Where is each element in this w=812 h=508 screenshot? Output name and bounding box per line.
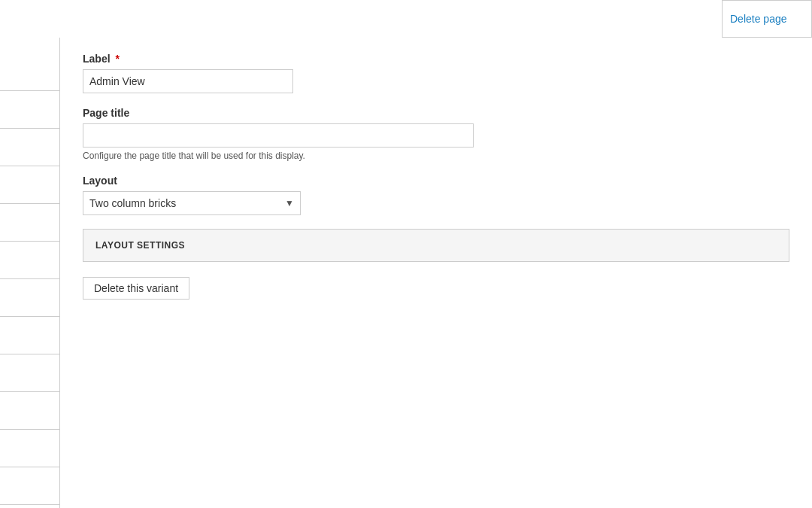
sidebar-divider-line	[0, 354, 59, 354]
sidebar-divider-line	[0, 203, 59, 204]
sidebar-divider-line	[0, 128, 59, 129]
layout-label: Layout	[83, 175, 789, 187]
layout-settings-title: LAYOUT SETTINGS	[95, 240, 777, 251]
label-field-label: Label *	[83, 53, 789, 65]
page-title-hint: Configure the page title that will be us…	[83, 151, 789, 161]
sidebar-divider-line	[0, 504, 59, 505]
sidebar	[0, 38, 60, 508]
sidebar-divider-line	[0, 90, 59, 91]
sidebar-divider-line	[0, 241, 59, 242]
page-title-form-group: Page title Configure the page title that…	[83, 107, 789, 161]
label-text: Label	[83, 53, 111, 65]
layout-form-group: Layout Two column bricks ▼	[83, 175, 789, 215]
sidebar-divider-line	[0, 316, 59, 317]
chevron-down-icon: ▼	[285, 198, 294, 208]
label-form-group: Label *	[83, 53, 789, 93]
delete-variant-button[interactable]: Delete this variant	[83, 277, 189, 300]
sidebar-divider-line	[0, 391, 59, 392]
required-asterisk: *	[115, 53, 119, 65]
layout-select[interactable]: Two column bricks ▼	[83, 191, 301, 215]
page-title-input[interactable]	[83, 123, 474, 148]
main-content: Label * Page title Configure the page ti…	[60, 38, 812, 508]
sidebar-divider-line	[0, 166, 59, 166]
label-input[interactable]	[83, 69, 293, 93]
layout-select-value: Two column bricks	[89, 197, 285, 209]
page-title-label: Page title	[83, 107, 789, 119]
delete-page-button[interactable]: Delete page	[730, 13, 787, 25]
top-bar: Delete page	[722, 0, 812, 38]
layout-settings-section: LAYOUT SETTINGS	[83, 229, 789, 262]
sidebar-divider-line	[0, 278, 59, 279]
sidebar-divider-line	[0, 467, 59, 467]
sidebar-divider-line	[0, 429, 59, 430]
